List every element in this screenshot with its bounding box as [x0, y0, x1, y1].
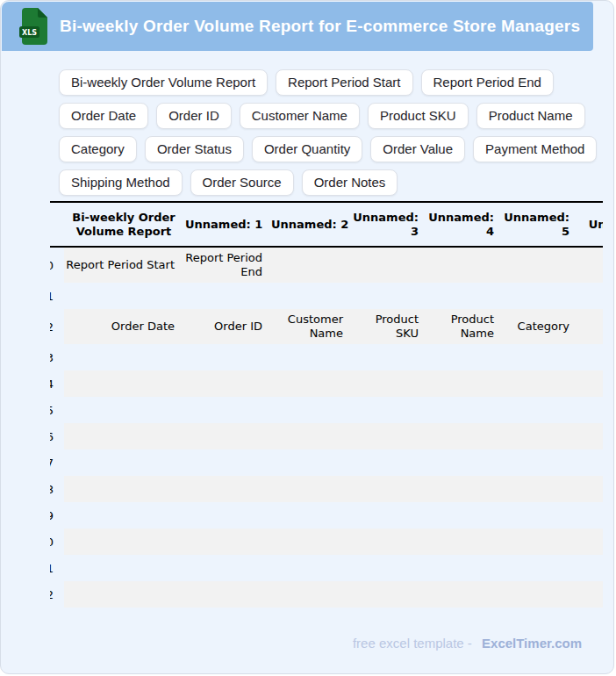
table-cell [269, 529, 350, 555]
table-cell [426, 581, 501, 608]
column-header: Unnamed: 1 [183, 202, 269, 247]
row-index: 9 [50, 502, 64, 529]
field-chip[interactable]: Customer Name [240, 103, 360, 129]
table-cell: Category [501, 309, 577, 344]
table-cell [64, 449, 183, 476]
table-cell [577, 476, 603, 502]
table-cell [501, 397, 577, 423]
table-cell [426, 397, 501, 423]
table-cell [64, 476, 183, 502]
table-row: 1 [50, 283, 603, 309]
table-cell [426, 423, 501, 449]
table-cell [64, 502, 183, 529]
table-cell [501, 449, 577, 476]
table-cell [183, 344, 269, 370]
table-cell [426, 370, 501, 397]
row-index: 6 [50, 423, 64, 449]
field-chip[interactable]: Order Notes [302, 169, 398, 196]
table-cell [426, 529, 501, 555]
table-row: 2Order DateOrder IDCustomer NameProduct … [50, 309, 603, 344]
table-cell [350, 344, 426, 370]
table-cell [577, 581, 603, 608]
field-chip[interactable]: Report Period Start [276, 69, 412, 96]
table-cell [269, 397, 350, 423]
field-chip[interactable]: Payment Method [473, 136, 597, 162]
table-cell [501, 344, 577, 370]
field-chip[interactable]: Order Source [190, 169, 294, 196]
table-header-row: Bi-weekly Order Volume ReportUnnamed: 1U… [50, 202, 603, 247]
table-cell: Order Date [64, 309, 183, 344]
preview-table: Bi-weekly Order Volume ReportUnnamed: 1U… [50, 201, 603, 608]
table-cell [577, 449, 603, 476]
table-cell [269, 247, 350, 283]
table-row: 4 [50, 370, 603, 397]
column-header: Unnamed: 6 [577, 202, 603, 247]
field-chip[interactable]: Order Status [145, 136, 244, 162]
row-index: 11 [50, 555, 64, 581]
field-chip[interactable]: Shipping Method [59, 169, 183, 196]
table-cell: Customer Name [269, 309, 350, 344]
row-index: 4 [50, 370, 64, 397]
table-cell [64, 283, 183, 309]
table-cell [183, 370, 269, 397]
field-chip[interactable]: Bi-weekly Order Volume Report [59, 69, 268, 96]
row-index: 0 [50, 247, 64, 283]
field-chip[interactable]: Product Name [476, 103, 585, 129]
column-header: Unnamed: 5 [501, 202, 577, 247]
table-cell [501, 370, 577, 397]
table-cell [426, 449, 501, 476]
table-cell [577, 397, 603, 423]
table-cell [426, 476, 501, 502]
field-chip[interactable]: Product SKU [368, 103, 469, 129]
table-cell [350, 247, 426, 283]
table-cell [501, 529, 577, 555]
table-cell [64, 555, 183, 581]
table-row: 5 [50, 397, 603, 423]
table-cell [350, 449, 426, 476]
table-cell [269, 283, 350, 309]
table-row: 3 [50, 344, 603, 370]
footer-brand-link[interactable]: ExcelTimer.com [482, 636, 582, 651]
table-cell [269, 344, 350, 370]
row-index: 2 [50, 309, 64, 344]
row-index: 3 [50, 344, 64, 370]
table-cell [501, 247, 577, 283]
column-header: Bi-weekly Order Volume Report [64, 202, 183, 247]
column-header: Unnamed: 2 [269, 202, 350, 247]
table-cell [350, 476, 426, 502]
table-row: 8 [50, 476, 603, 502]
table-cell [64, 423, 183, 449]
field-chip[interactable]: Report Period End [421, 69, 554, 96]
row-index: 7 [50, 449, 64, 476]
table-row: 6 [50, 423, 603, 449]
table-cell [350, 529, 426, 555]
field-chip[interactable]: Order ID [156, 103, 232, 129]
field-chip[interactable]: Order Date [59, 103, 148, 129]
row-index: 12 [50, 581, 64, 608]
table-cell [350, 423, 426, 449]
row-index: 5 [50, 397, 64, 423]
table-cell [350, 581, 426, 608]
table-cell [183, 283, 269, 309]
table-cell [501, 283, 577, 309]
table-cell [577, 247, 603, 283]
table-cell [183, 555, 269, 581]
table-cell [350, 283, 426, 309]
field-chip[interactable]: Category [59, 136, 137, 162]
table-cell: Product Name [426, 309, 501, 344]
table-cell [350, 370, 426, 397]
table-cell [183, 581, 269, 608]
table-cell [577, 344, 603, 370]
field-chip[interactable]: Order Value [370, 136, 465, 162]
table-cell [64, 344, 183, 370]
xls-icon-label: XLS [22, 29, 37, 37]
table-cell [501, 423, 577, 449]
row-index: 1 [50, 283, 64, 309]
table-cell [64, 397, 183, 423]
field-chip[interactable]: Order Quantity [252, 136, 362, 162]
table-cell: Product SKU [350, 309, 426, 344]
table-cell [577, 529, 603, 555]
table-cell [577, 423, 603, 449]
template-preview-card: XLS Bi-weekly Order Volume Report for E-… [0, 0, 614, 674]
table-cell [269, 370, 350, 397]
